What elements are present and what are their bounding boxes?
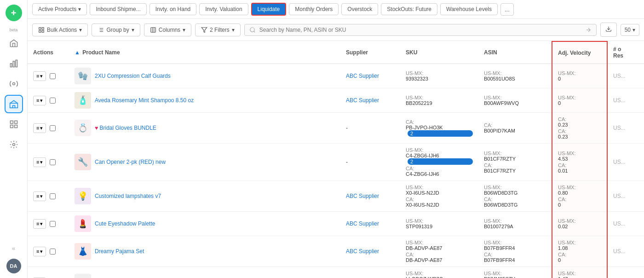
svg-rect-14 (150, 27, 155, 32)
product-thumbnail: 👁 (75, 274, 91, 278)
product-name-link[interactable]: Dreamy Pajama Set (95, 248, 144, 255)
row-checkbox[interactable] (50, 73, 56, 79)
download-button[interactable] (600, 23, 617, 37)
product-name-link[interactable]: Aveda Rosemary Mint Shampoo 8.50 oz (95, 97, 194, 104)
tab-active-products[interactable]: Active Products ▾ (32, 3, 87, 15)
num-res-value: US... (613, 97, 626, 104)
search-submit-icon (585, 27, 592, 33)
sidebar-bottom: « DA (5, 241, 23, 273)
row-menu-arrow: ▾ (40, 221, 43, 227)
tab-monthly-orders[interactable]: Monthly Orders (289, 3, 339, 15)
bulk-actions-icon (38, 27, 45, 33)
row-menu-arrow: ▾ (40, 98, 43, 104)
sidebar-item-warehouse[interactable] (5, 95, 23, 113)
sidebar-item-analytics[interactable] (5, 54, 23, 73)
svg-rect-5 (10, 121, 13, 124)
product-name-link[interactable]: ♥ Bridal Gloves BUNDLE (95, 125, 156, 131)
row-menu-button[interactable]: ≡ ▾ (33, 247, 46, 256)
filters-icon (201, 27, 207, 33)
velocity-us-mx: US-MX: 0 (558, 95, 601, 106)
col-header-supplier: Supplier (340, 41, 400, 64)
velocity-ca: CA: 0.01 (558, 162, 601, 174)
tabs-more-button[interactable]: ... (500, 3, 514, 16)
search-box[interactable] (244, 24, 597, 36)
sidebar-item-tools[interactable] (5, 75, 23, 93)
sidebar-item-settings[interactable] (5, 135, 23, 154)
supplier-link[interactable]: ABC Supplier (346, 97, 379, 104)
velocity-us-mx: US-MX: 1.47 (558, 271, 601, 278)
sku-ca: CA: DB-ADVP-AE87 (406, 252, 473, 263)
asin-us-mx: US-MX: B07JM95SZV (484, 271, 546, 278)
asin-ca: CA: B01CF7RZTY (484, 162, 546, 174)
sku-us-mx: US-MX: STP091319 (406, 218, 473, 229)
sidebar-item-home[interactable] (5, 34, 23, 52)
product-name-link[interactable]: Can Opener 2-pk (RED) new (95, 159, 166, 165)
num-res-value: US... (613, 248, 626, 255)
row-menu-button[interactable]: ≡ ▾ (33, 123, 46, 133)
columns-icon (150, 27, 156, 33)
sku-us-mx: US-MX: LI-QDOZ-WR7C (406, 271, 473, 278)
search-input[interactable] (259, 27, 581, 33)
row-menu-button[interactable]: ≡ ▾ (33, 191, 46, 201)
row-checkbox[interactable] (50, 159, 56, 165)
velocity-ca: CA: 0.23 (558, 116, 601, 127)
row-menu-button[interactable]: ≡ ▾ (33, 219, 46, 229)
velocity-us-mx: US-MX: 1.08 (558, 240, 601, 251)
row-menu-arrow: ▾ (40, 249, 43, 255)
columns-button[interactable]: Columns ▾ (144, 23, 191, 36)
tab-inventory-on-hand[interactable]: Invty. on Hand (150, 3, 197, 15)
table-row: ≡ ▾ 👗 Dreamy Pajama Set ABC SupplierUS-M… (28, 236, 644, 267)
table-row: ≡ ▾ 🔧 Can Opener 2-pk (RED) new -US-MX: … (28, 144, 644, 181)
supplier-link[interactable]: ABC Supplier (346, 248, 379, 255)
supplier-empty: - (346, 159, 348, 165)
sku-badge: 2 (408, 158, 473, 165)
tab-warehouse-levels[interactable]: Warehouse Levels (440, 3, 498, 15)
table-row: ≡ ▾ 💄 Cute Eyeshadow Palette ABC Supplie… (28, 212, 644, 236)
sidebar-logo[interactable]: + (6, 5, 22, 21)
table-row: ≡ ▾ 💡 Customized lampshates v7 ABC Suppl… (28, 181, 644, 212)
sidebar-item-reports[interactable] (5, 115, 23, 133)
velocity-us-mx: US-MX: 4.53 (558, 151, 601, 162)
supplier-link[interactable]: ABC Supplier (346, 220, 379, 227)
tab-inbound-shipments[interactable]: Inbound Shipme... (90, 3, 146, 15)
tab-stockouts-future[interactable]: StockOuts: Future (381, 3, 437, 15)
row-menu-button[interactable]: ≡ ▾ (33, 71, 46, 81)
pagination-select[interactable]: 50 ▾ (621, 24, 639, 36)
row-checkbox[interactable] (50, 125, 56, 131)
avatar[interactable]: DA (6, 259, 21, 273)
product-name-link[interactable]: 2XU Compression Calf Guards (95, 73, 171, 79)
bulk-actions-button[interactable]: Bulk Actions ▾ (32, 23, 88, 36)
svg-rect-1 (13, 61, 14, 67)
table-row: ≡ ▾ 💍 ♥ Bridal Gloves BUNDLE -CA: PB-JVP… (28, 113, 644, 144)
supplier-link[interactable]: ABC Supplier (346, 193, 379, 199)
tab-liquidate[interactable]: Liquidate (251, 3, 287, 16)
pagination-dropdown-arrow: ▾ (632, 27, 635, 33)
col-header-adj-velocity: Adj. Velocity (552, 41, 607, 64)
sku-us-mx: US-MX: BB2052219 (406, 95, 473, 106)
filters-button[interactable]: 2 Filters ▾ (195, 23, 241, 36)
bulk-actions-dropdown-arrow: ▾ (79, 27, 82, 33)
sku-ca-badge: 2 (408, 130, 473, 137)
supplier-link[interactable]: ABC Supplier (346, 73, 379, 79)
col-header-sku: SKU (400, 41, 478, 64)
group-by-button[interactable]: Group by ▾ (92, 23, 140, 36)
product-name-link[interactable]: Cute Eyeshadow Palette (95, 220, 155, 227)
row-checkbox[interactable] (50, 98, 56, 104)
tab-inventory-valuation[interactable]: Invty. Valuation (199, 3, 248, 15)
asin-us-mx: US-MX: B01CF7RZTY (484, 151, 546, 162)
row-menu-button[interactable]: ≡ ▾ (33, 157, 46, 167)
row-checkbox[interactable] (50, 221, 56, 227)
row-menu-button[interactable]: ≡ ▾ (33, 96, 46, 105)
table-row: ≡ ▾ 👁 False Eyelashes Test SupplierUS-MX… (28, 267, 644, 278)
product-thumbnail: 💄 (75, 215, 91, 232)
tab-overstock[interactable]: Overstock (341, 3, 378, 15)
product-thumbnail: 🧴 (75, 92, 91, 109)
asin-ca: CA: B07FB9FFR4 (484, 252, 546, 263)
row-checkbox[interactable] (50, 193, 56, 199)
col-header-product-name[interactable]: ▲ Product Name (69, 41, 340, 64)
beta-label: beta (10, 28, 18, 32)
row-checkbox[interactable] (50, 249, 56, 255)
product-name-link[interactable]: Customized lampshates v7 (95, 193, 161, 199)
sidebar-expand-button[interactable]: « (5, 241, 23, 255)
svg-rect-12 (39, 30, 41, 32)
